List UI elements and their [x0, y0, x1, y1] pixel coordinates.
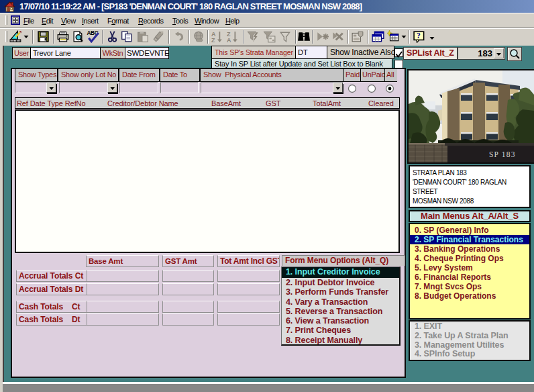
svg-text:SP 183: SP 183 — [489, 150, 516, 158]
svg-text:?: ? — [417, 32, 421, 40]
svg-text:Z: Z — [211, 37, 215, 43]
svg-text:A: A — [227, 37, 231, 43]
